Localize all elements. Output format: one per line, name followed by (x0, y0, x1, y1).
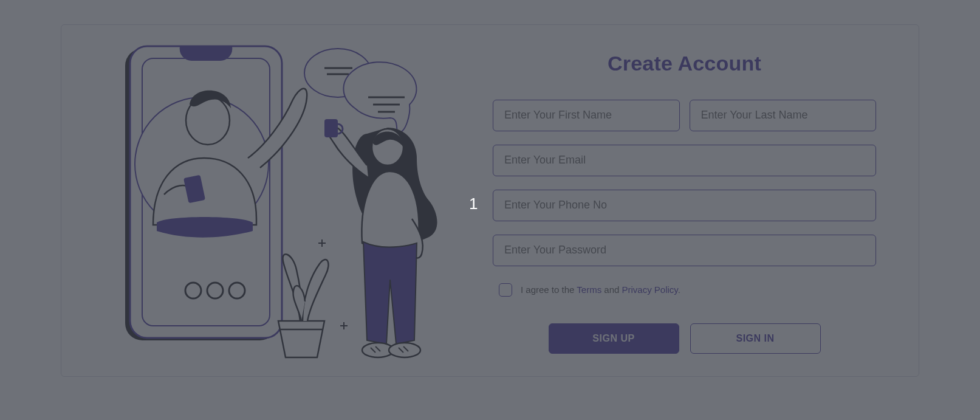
svg-point-18 (389, 343, 420, 357)
terms-link[interactable]: Terms (577, 284, 601, 295)
email-field[interactable] (493, 145, 876, 176)
signup-card: Create Account I agree (61, 24, 919, 377)
first-name-field[interactable] (493, 100, 680, 131)
agree-row: I agree to the Terms and Privacy Policy. (493, 283, 876, 297)
svg-rect-16 (324, 119, 338, 137)
last-name-field[interactable] (690, 100, 877, 131)
privacy-link[interactable]: Privacy Policy (622, 284, 678, 295)
sign-in-button[interactable]: SIGN IN (690, 323, 821, 354)
sign-up-button[interactable]: SIGN UP (549, 323, 679, 354)
phone-field[interactable] (493, 190, 876, 221)
agree-text: I agree to the Terms and Privacy Policy. (521, 284, 680, 295)
password-field[interactable] (493, 235, 876, 266)
hero-illustration (80, 36, 475, 365)
signup-form: Create Account I agree (493, 48, 876, 354)
form-title: Create Account (608, 52, 761, 75)
agree-checkbox[interactable] (499, 283, 512, 297)
